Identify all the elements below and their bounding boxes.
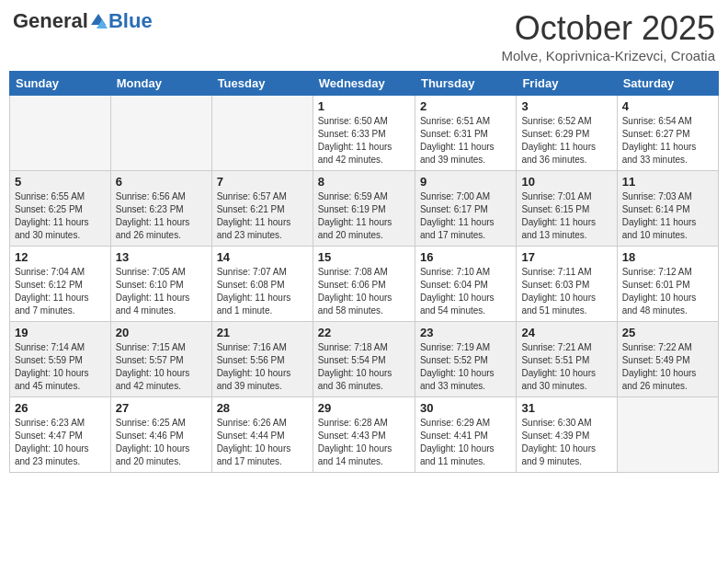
day-number: 2 <box>420 99 511 113</box>
calendar-cell: 8Sunrise: 6:59 AM Sunset: 6:19 PM Daylig… <box>313 171 415 247</box>
day-number: 26 <box>15 401 106 415</box>
day-info: Sunrise: 7:04 AM Sunset: 6:12 PM Dayligh… <box>15 266 106 317</box>
day-number: 27 <box>116 401 207 415</box>
calendar-cell: 9Sunrise: 7:00 AM Sunset: 6:17 PM Daylig… <box>415 171 516 247</box>
day-info: Sunrise: 6:57 AM Sunset: 6:21 PM Dayligh… <box>217 190 308 242</box>
day-info: Sunrise: 7:10 AM Sunset: 6:04 PM Dayligh… <box>420 266 511 317</box>
calendar-cell: 12Sunrise: 7:04 AM Sunset: 6:12 PM Dayli… <box>10 247 111 322</box>
calendar-cell: 16Sunrise: 7:10 AM Sunset: 6:04 PM Dayli… <box>415 247 516 322</box>
page-header: General Blue October 2025 Molve, Koprivn… <box>9 9 719 63</box>
calendar-cell: 4Sunrise: 6:54 AM Sunset: 6:27 PM Daylig… <box>617 96 718 171</box>
calendar-cell: 25Sunrise: 7:22 AM Sunset: 5:49 PM Dayli… <box>617 322 718 397</box>
day-info: Sunrise: 6:55 AM Sunset: 6:25 PM Dayligh… <box>15 190 106 242</box>
day-number: 25 <box>622 326 713 339</box>
day-number: 5 <box>15 175 106 189</box>
calendar-cell: 21Sunrise: 7:16 AM Sunset: 5:56 PM Dayli… <box>211 322 313 397</box>
day-info: Sunrise: 7:01 AM Sunset: 6:15 PM Dayligh… <box>521 190 611 242</box>
day-number: 11 <box>622 175 713 189</box>
day-info: Sunrise: 6:52 AM Sunset: 6:29 PM Dayligh… <box>521 115 611 167</box>
weekday-header-friday: Friday <box>517 72 617 96</box>
day-number: 9 <box>420 175 511 189</box>
calendar-cell: 10Sunrise: 7:01 AM Sunset: 6:15 PM Dayli… <box>517 171 617 247</box>
calendar-cell: 24Sunrise: 7:21 AM Sunset: 5:51 PM Dayli… <box>517 322 617 397</box>
calendar-cell: 29Sunrise: 6:28 AM Sunset: 4:43 PM Dayli… <box>313 397 415 473</box>
weekday-header-row: SundayMondayTuesdayWednesdayThursdayFrid… <box>10 72 719 96</box>
calendar-cell: 6Sunrise: 6:56 AM Sunset: 6:23 PM Daylig… <box>110 171 211 247</box>
day-info: Sunrise: 7:12 AM Sunset: 6:01 PM Dayligh… <box>622 266 713 317</box>
day-info: Sunrise: 6:23 AM Sunset: 4:47 PM Dayligh… <box>15 417 106 468</box>
weekday-header-saturday: Saturday <box>617 72 718 96</box>
day-number: 4 <box>622 99 713 113</box>
calendar-cell: 31Sunrise: 6:30 AM Sunset: 4:39 PM Dayli… <box>517 397 617 473</box>
calendar-week-row: 19Sunrise: 7:14 AM Sunset: 5:59 PM Dayli… <box>10 322 719 397</box>
day-number: 31 <box>521 401 611 415</box>
calendar-cell: 17Sunrise: 7:11 AM Sunset: 6:03 PM Dayli… <box>517 247 617 322</box>
day-info: Sunrise: 7:00 AM Sunset: 6:17 PM Dayligh… <box>420 190 511 242</box>
day-info: Sunrise: 7:08 AM Sunset: 6:06 PM Dayligh… <box>318 266 410 317</box>
weekday-header-monday: Monday <box>110 72 211 96</box>
day-number: 24 <box>521 326 611 339</box>
logo-icon <box>89 12 108 30</box>
day-info: Sunrise: 7:21 AM Sunset: 5:51 PM Dayligh… <box>521 341 611 393</box>
calendar-cell: 22Sunrise: 7:18 AM Sunset: 5:54 PM Dayli… <box>313 322 415 397</box>
day-info: Sunrise: 7:15 AM Sunset: 5:57 PM Dayligh… <box>116 341 207 393</box>
title-block: October 2025 Molve, Koprivnica-Krizevci,… <box>501 9 715 63</box>
day-number: 10 <box>521 175 611 189</box>
calendar-cell: 19Sunrise: 7:14 AM Sunset: 5:59 PM Dayli… <box>10 322 111 397</box>
calendar-week-row: 12Sunrise: 7:04 AM Sunset: 6:12 PM Dayli… <box>10 247 719 322</box>
day-number: 15 <box>318 250 410 264</box>
day-info: Sunrise: 6:30 AM Sunset: 4:39 PM Dayligh… <box>521 417 611 468</box>
day-number: 14 <box>217 250 308 264</box>
day-number: 8 <box>318 175 410 189</box>
weekday-header-tuesday: Tuesday <box>211 72 313 96</box>
day-number: 30 <box>420 401 511 415</box>
day-number: 3 <box>521 99 611 113</box>
location-text: Molve, Koprivnica-Krizevci, Croatia <box>501 48 715 63</box>
day-number: 22 <box>318 326 410 339</box>
calendar-cell: 18Sunrise: 7:12 AM Sunset: 6:01 PM Dayli… <box>617 247 718 322</box>
calendar-cell <box>110 96 211 171</box>
day-number: 18 <box>622 250 713 264</box>
day-info: Sunrise: 6:28 AM Sunset: 4:43 PM Dayligh… <box>318 417 410 468</box>
day-info: Sunrise: 7:05 AM Sunset: 6:10 PM Dayligh… <box>116 266 207 317</box>
day-info: Sunrise: 6:50 AM Sunset: 6:33 PM Dayligh… <box>318 115 410 167</box>
calendar-cell: 28Sunrise: 6:26 AM Sunset: 4:44 PM Dayli… <box>211 397 313 473</box>
weekday-header-thursday: Thursday <box>415 72 516 96</box>
calendar-cell: 1Sunrise: 6:50 AM Sunset: 6:33 PM Daylig… <box>313 96 415 171</box>
day-number: 17 <box>521 250 611 264</box>
day-info: Sunrise: 6:51 AM Sunset: 6:31 PM Dayligh… <box>420 115 511 167</box>
calendar-week-row: 5Sunrise: 6:55 AM Sunset: 6:25 PM Daylig… <box>10 171 719 247</box>
day-info: Sunrise: 6:59 AM Sunset: 6:19 PM Dayligh… <box>318 190 410 242</box>
weekday-header-sunday: Sunday <box>10 72 111 96</box>
day-number: 16 <box>420 250 511 264</box>
day-number: 19 <box>15 326 106 339</box>
day-info: Sunrise: 7:19 AM Sunset: 5:52 PM Dayligh… <box>420 341 511 393</box>
month-title: October 2025 <box>501 9 715 48</box>
calendar-week-row: 26Sunrise: 6:23 AM Sunset: 4:47 PM Dayli… <box>10 397 719 473</box>
day-info: Sunrise: 6:25 AM Sunset: 4:46 PM Dayligh… <box>116 417 207 468</box>
day-number: 28 <box>217 401 308 415</box>
day-info: Sunrise: 6:54 AM Sunset: 6:27 PM Dayligh… <box>622 115 713 167</box>
day-number: 12 <box>15 250 106 264</box>
calendar-week-row: 1Sunrise: 6:50 AM Sunset: 6:33 PM Daylig… <box>10 96 719 171</box>
calendar-cell: 23Sunrise: 7:19 AM Sunset: 5:52 PM Dayli… <box>415 322 516 397</box>
day-info: Sunrise: 7:14 AM Sunset: 5:59 PM Dayligh… <box>15 341 106 393</box>
calendar-cell: 7Sunrise: 6:57 AM Sunset: 6:21 PM Daylig… <box>211 171 313 247</box>
day-number: 21 <box>217 326 308 339</box>
day-info: Sunrise: 7:11 AM Sunset: 6:03 PM Dayligh… <box>521 266 611 317</box>
logo-blue-text: Blue <box>108 9 153 33</box>
calendar-cell: 20Sunrise: 7:15 AM Sunset: 5:57 PM Dayli… <box>110 322 211 397</box>
day-info: Sunrise: 7:18 AM Sunset: 5:54 PM Dayligh… <box>318 341 410 393</box>
calendar-table: SundayMondayTuesdayWednesdayThursdayFrid… <box>9 71 719 473</box>
day-number: 20 <box>116 326 207 339</box>
day-number: 13 <box>116 250 207 264</box>
day-info: Sunrise: 7:22 AM Sunset: 5:49 PM Dayligh… <box>622 341 713 393</box>
day-info: Sunrise: 7:07 AM Sunset: 6:08 PM Dayligh… <box>217 266 308 317</box>
day-number: 6 <box>116 175 207 189</box>
day-number: 23 <box>420 326 511 339</box>
calendar-cell: 30Sunrise: 6:29 AM Sunset: 4:41 PM Dayli… <box>415 397 516 473</box>
calendar-cell <box>10 96 111 171</box>
day-info: Sunrise: 6:56 AM Sunset: 6:23 PM Dayligh… <box>116 190 207 242</box>
weekday-header-wednesday: Wednesday <box>313 72 415 96</box>
day-number: 1 <box>318 99 410 113</box>
